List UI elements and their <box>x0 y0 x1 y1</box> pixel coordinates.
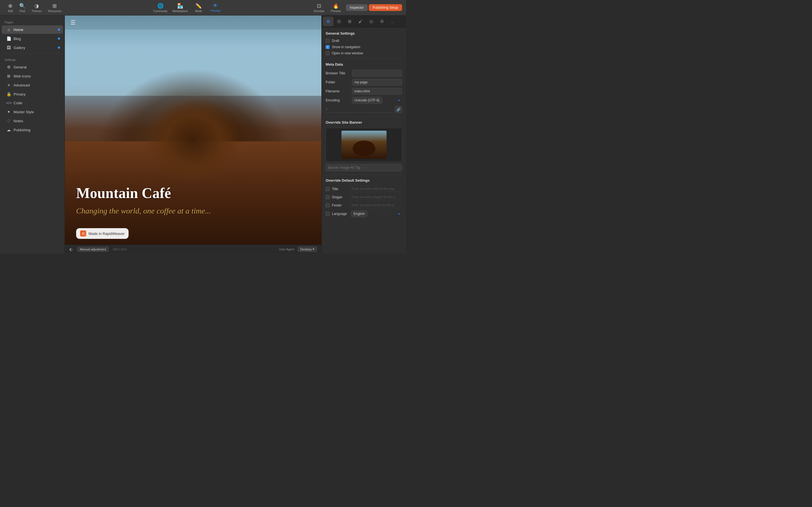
general-settings-title: General Settings <box>326 31 402 36</box>
toolbar-find[interactable]: 🔍 Find <box>17 2 28 14</box>
toolbar-mode[interactable]: ✏️ Mode <box>190 2 207 14</box>
publishing-setup-button[interactable]: Publishing Setup <box>369 4 402 11</box>
browser-title-row: Browser Title <box>326 70 402 76</box>
pages-section-label: Pages <box>0 18 64 25</box>
override-title-row: Title <box>326 186 402 192</box>
override-footer-checkbox[interactable] <box>326 203 329 207</box>
link-icon-button[interactable]: 🔗 <box>395 106 402 113</box>
sidebar-item-notes[interactable]: ♡ Notes <box>2 117 63 125</box>
mode-label: Mode <box>195 10 202 13</box>
filename-row: Filename <box>326 88 402 95</box>
banner-image-area[interactable] <box>326 128 402 162</box>
publishing-icon: ☁ <box>6 128 11 132</box>
master-style-label: Master Style <box>13 110 34 114</box>
sidebar-item-web-icons[interactable]: ⊞ Web Icons <box>2 72 63 80</box>
canvas-status-bar: ◐ Manual adjustment 860 x 814 User Agent… <box>65 244 321 253</box>
resources-icon: ⊞ <box>52 3 57 9</box>
url-row: 🔗 <box>326 106 402 113</box>
themes-label: Themes <box>32 10 42 13</box>
rp-tab-layout[interactable]: ⊞ <box>323 17 334 26</box>
toolbar-marketplace[interactable]: 🏪 Marketplace <box>170 2 190 14</box>
sidebar-item-blog[interactable]: 📄 Blog <box>2 34 63 43</box>
code-icon: </> <box>6 101 11 105</box>
toolbar-simulate[interactable]: ⊡ Simulate <box>311 2 327 14</box>
url-input[interactable] <box>326 107 393 113</box>
banner-thumbnail <box>342 131 387 159</box>
marketplace-label: Marketplace <box>172 10 188 13</box>
status-right: User Agent Desktop ▾ <box>279 246 317 252</box>
toolbar-resources[interactable]: ⊞ Resources <box>46 2 64 14</box>
sidebar: Pages ⌂ Home 📄 Blog 🖼 Gallery Settings ⚙… <box>0 15 65 253</box>
folder-row: Folder <box>326 79 402 86</box>
sidebar-item-privacy[interactable]: 🔒 Privacy <box>2 90 63 98</box>
rp-tab-more[interactable]: … <box>387 17 398 26</box>
banner-alt-row <box>326 164 402 171</box>
sidebar-item-home[interactable]: ⌂ Home <box>2 25 63 34</box>
right-panel: ⊞ ⊟ ⊠ 🖌 ◎ ⚙ … General Settings Draft Sho… <box>321 15 406 253</box>
divider-2 <box>326 117 402 117</box>
open-new-window-checkbox[interactable] <box>326 51 329 55</box>
sidebar-item-general[interactable]: ⚙ General <box>2 63 63 71</box>
rp-tab-target[interactable]: ◎ <box>366 17 376 26</box>
rp-tab-columns[interactable]: ⊠ <box>344 17 355 26</box>
override-title-checkbox[interactable] <box>326 187 329 191</box>
right-panel-content: General Settings Draft Show in navigatio… <box>322 27 406 253</box>
toolbar-preview-btn[interactable]: 🔥 Preview <box>328 2 343 14</box>
toolbar-panel-buttons: Inspector Publishing Setup <box>346 4 402 11</box>
open-new-window-label: Open in new window <box>332 51 363 55</box>
user-agent-label: User Agent <box>279 247 294 251</box>
made-in-label: Made in RapidWeaver <box>89 231 124 236</box>
rp-tab-settings[interactable]: ⚙ <box>376 17 387 26</box>
banner-alt-input[interactable] <box>326 164 402 171</box>
sidebar-item-code[interactable]: </> Code <box>2 99 63 107</box>
show-in-nav-checkbox[interactable] <box>326 45 329 49</box>
override-slogan-checkbox[interactable] <box>326 195 329 199</box>
sidebar-item-publishing[interactable]: ☁ Publishing <box>2 126 63 134</box>
find-icon: 🔍 <box>19 3 26 9</box>
folder-input[interactable] <box>352 79 402 86</box>
toolbar-themes[interactable]: ◑ Themes <box>29 2 44 14</box>
publishing-label: Publishing <box>13 128 31 132</box>
sidebar-divider-1 <box>3 54 61 54</box>
encoding-select[interactable]: Unicode (UTF-8) <box>352 97 382 104</box>
advanced-icon: ≡ <box>6 83 11 87</box>
blog-dot <box>58 38 60 40</box>
override-banner-title: Override Site Banner <box>326 120 402 124</box>
override-language-checkbox[interactable] <box>326 212 329 216</box>
show-nav-row: Show in navigation <box>326 45 402 49</box>
rp-tab-brush[interactable]: 🖌 <box>355 17 366 26</box>
sidebar-item-gallery[interactable]: 🖼 Gallery <box>2 43 63 52</box>
gallery-dot <box>58 47 60 49</box>
privacy-icon: 🔒 <box>6 92 11 96</box>
inspector-button[interactable]: Inspector <box>346 4 368 11</box>
rp-tab-table[interactable]: ⊟ <box>334 17 344 26</box>
divider-1 <box>326 59 402 59</box>
draft-checkbox[interactable] <box>326 39 329 43</box>
override-title-input[interactable] <box>351 186 402 192</box>
canvas-area: ☰ Mountain Café Changing the world, one … <box>65 15 321 253</box>
desktop-dropdown[interactable]: Desktop ▾ <box>298 246 317 252</box>
manual-adjustment-dropdown[interactable]: Manual adjustment <box>77 247 109 252</box>
override-footer-input[interactable] <box>351 202 402 208</box>
site-title: Mountain Café <box>76 185 310 202</box>
toolbar-preview[interactable]: 👁 Preview <box>207 2 224 13</box>
notes-icon: ♡ <box>6 119 11 123</box>
sidebar-item-master-style[interactable]: ✦ Master Style <box>2 108 63 116</box>
themes-icon: ◑ <box>35 3 39 9</box>
browser-title-label: Browser Title <box>326 71 350 75</box>
sidebar-item-advanced[interactable]: ≡ Advanced <box>2 81 63 89</box>
resources-label: Resources <box>48 10 61 13</box>
toolbar-community[interactable]: 🌐 Community <box>151 2 170 14</box>
community-icon: 🌐 <box>157 3 163 9</box>
draft-row: Draft <box>326 39 402 43</box>
simulate-icon: ⊡ <box>317 3 321 9</box>
filename-input[interactable] <box>352 88 402 95</box>
web-icons-label: Web Icons <box>13 74 31 78</box>
language-select[interactable]: English <box>351 210 367 217</box>
toolbar-add[interactable]: ⊕ Add <box>6 2 15 14</box>
encoding-label: Encoding <box>326 98 350 102</box>
override-footer-label: Footer <box>332 203 349 207</box>
gallery-icon: 🖼 <box>6 45 11 50</box>
browser-title-input[interactable] <box>352 70 402 76</box>
override-slogan-input[interactable] <box>351 194 402 200</box>
